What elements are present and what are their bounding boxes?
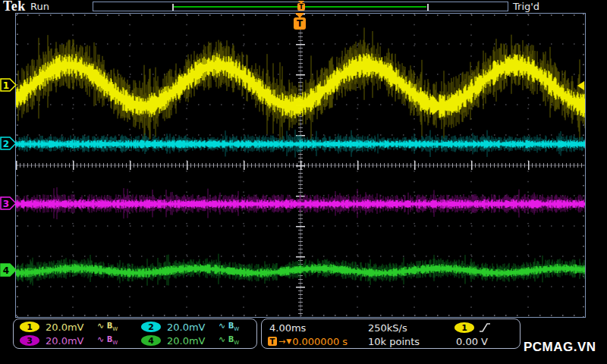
channel-scale: 20.0mV — [46, 335, 93, 347]
trigger-source-badge: 1 — [454, 322, 474, 333]
trigger-source: 1 — [454, 322, 491, 334]
horizontal-trigger-panel[interactable]: 4.00ms 250kS/s 1 T → ▼ 0.000000 s 10k po… — [261, 318, 521, 349]
channel-badge: 4 — [141, 335, 161, 346]
channel-badge: 1 — [20, 322, 39, 332]
trigger-t-icon: T — [297, 3, 305, 11]
channel-4-readout[interactable]: 420.0mV∿ BW — [135, 334, 256, 347]
ac-sine-icon: ∿ — [219, 321, 225, 331]
channel-marker-icon: 3 — [0, 196, 17, 210]
record-window-bracket-right — [427, 4, 429, 11]
channel-readout-panel[interactable]: 120.0mV∿ BW220.0mV∿ BW320.0mV∿ BW420.0mV… — [13, 318, 257, 349]
channel-marker-icon: 1 — [0, 78, 17, 92]
svg-text:4: 4 — [3, 265, 9, 276]
trigger-t-icon: T — [268, 337, 277, 346]
graticule — [15, 13, 586, 318]
bw-limit-icon: BW — [228, 321, 240, 331]
channel-marker-icon: 4 — [0, 263, 17, 277]
trigger-delay-value: 0.000000 s — [292, 336, 348, 347]
horizontal-scale: 4.00ms — [269, 322, 306, 334]
ac-sine-icon: ∿ — [97, 334, 104, 344]
channel-1-marker[interactable]: 1 — [0, 78, 17, 92]
channel-2-marker[interactable]: 2 — [0, 136, 17, 150]
bw-limit-icon: BW — [107, 321, 118, 331]
record-view-bar[interactable]: T — [93, 2, 508, 11]
channel-2-readout[interactable]: 220.0mV∿ BW — [135, 320, 256, 334]
svg-text:2: 2 — [3, 139, 9, 149]
channel-badge: 2 — [141, 322, 161, 332]
svg-text:3: 3 — [3, 199, 9, 209]
right-arrow-icon: → — [278, 337, 285, 347]
channel-scale: 20.0mV — [46, 322, 93, 333]
channel-3-readout[interactable]: 320.0mV∿ BW — [14, 334, 135, 347]
channel-1-readout[interactable]: 120.0mV∿ BW — [14, 320, 135, 334]
trigger-delay-readout: T → ▼ 0.000000 s — [268, 336, 348, 347]
trigger-position-flag[interactable]: T — [294, 13, 306, 30]
down-triangle-icon: ▼ — [286, 337, 291, 345]
channel-4-marker[interactable]: 4 — [0, 263, 17, 277]
ac-sine-icon: ∿ — [219, 334, 225, 344]
channel-badge: 3 — [20, 335, 39, 346]
bw-limit-icon: BW — [107, 334, 118, 344]
bw-limit-icon: BW — [228, 334, 240, 344]
trigger-status: Trig'd — [513, 1, 539, 12]
svg-text:1: 1 — [3, 80, 9, 91]
channel-marker-icon: 2 — [0, 136, 17, 150]
sample-rate: 250kS/s — [368, 322, 407, 334]
record-window-bracket-left — [172, 4, 174, 11]
record-trigger-marker[interactable]: T — [297, 1, 306, 11]
record-length: 10k points — [368, 336, 420, 347]
watermark: PCMAG.VN — [524, 340, 596, 355]
channel-scale: 20.0mV — [167, 322, 214, 333]
rising-edge-icon — [479, 322, 491, 334]
oscilloscope-screen: Tek Run Trig'd T T 1234 120.0mV∿ BW220.0… — [0, 0, 607, 364]
waveform-display — [16, 14, 585, 317]
acquisition-status: Run — [30, 1, 49, 12]
trigger-level: 0.00 V — [456, 336, 488, 347]
channel-3-marker[interactable]: 3 — [0, 196, 17, 210]
ac-sine-icon: ∿ — [97, 321, 104, 331]
trigger-t-icon: T — [294, 17, 306, 30]
channel-scale: 20.0mV — [167, 335, 214, 347]
